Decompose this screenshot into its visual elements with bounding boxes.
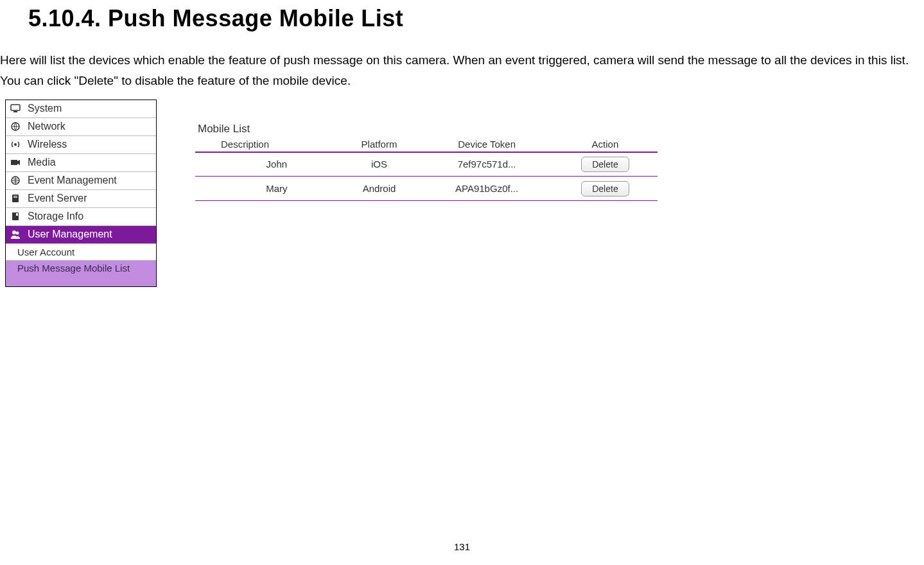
col-device-token: Device Token (421, 137, 553, 152)
svg-rect-4 (11, 160, 17, 165)
cell-platform: Android (338, 177, 421, 201)
user-icon (10, 229, 21, 240)
cell-action: Delete (553, 177, 658, 201)
storage-icon (10, 211, 21, 222)
col-description: Description (195, 137, 338, 152)
section-description: Here will list the devices which enable … (0, 32, 924, 92)
svg-point-12 (16, 232, 19, 235)
sidebar-item-network[interactable]: Network (6, 118, 156, 136)
sidebar-label: Media (28, 157, 156, 168)
sidebar-item-system[interactable]: System (6, 100, 156, 118)
sidebar-sub-push-message[interactable]: Push Message Mobile List (6, 261, 156, 286)
monitor-icon (10, 103, 21, 114)
table-row: Mary Android APA91bGz0f... Delete (195, 177, 658, 201)
svg-rect-0 (11, 105, 20, 110)
sidebar-sub-user-account[interactable]: User Account (6, 244, 156, 261)
sidebar-label: User Account (17, 247, 156, 257)
section-heading: 5.10.4. Push Message Mobile List (0, 0, 924, 32)
sidebar-label: Wireless (28, 139, 156, 150)
camera-icon (10, 157, 21, 168)
table-header-row: Description Platform Device Token Action (195, 137, 658, 152)
mobile-list-panel: Mobile List Description Platform Device … (195, 123, 658, 202)
svg-rect-8 (13, 197, 17, 198)
sidebar-label: Network (28, 121, 156, 132)
server-icon (10, 193, 21, 204)
svg-rect-1 (13, 111, 17, 112)
col-action: Action (553, 137, 658, 152)
cell-description: John (195, 152, 338, 177)
sidebar-item-user-management[interactable]: User Management (6, 226, 156, 244)
cell-description: Mary (195, 177, 338, 201)
sidebar-item-storage-info[interactable]: Storage Info (6, 208, 156, 226)
svg-point-11 (12, 230, 16, 234)
sidebar-label: User Management (28, 229, 156, 240)
cell-token: 7ef97c571d... (421, 152, 553, 177)
globe-icon (10, 121, 21, 132)
cell-action: Delete (553, 152, 658, 177)
cell-token: APA91bGz0f... (421, 177, 553, 201)
globe2-icon (10, 175, 21, 186)
sidebar-label: Event Management (28, 175, 156, 186)
page-number: 131 (0, 541, 924, 552)
svg-rect-7 (13, 196, 17, 196)
mobile-list-title: Mobile List (195, 123, 658, 135)
col-platform: Platform (338, 137, 421, 152)
delete-button[interactable]: Delete (581, 157, 629, 172)
sidebar-nav: System Network Wireless Media Event Mana… (5, 100, 157, 287)
svg-rect-6 (12, 195, 19, 202)
table-row: John iOS 7ef97c571d... Delete (195, 152, 658, 177)
sidebar-item-wireless[interactable]: Wireless (6, 136, 156, 154)
sidebar-label: System (28, 103, 156, 114)
antenna-icon (10, 139, 21, 150)
sidebar-label: Event Server (28, 193, 156, 204)
cell-platform: iOS (338, 152, 421, 177)
mobile-list-table: Description Platform Device Token Action… (195, 137, 658, 202)
svg-rect-10 (16, 213, 18, 216)
sidebar-item-event-management[interactable]: Event Management (6, 172, 156, 190)
content-row: System Network Wireless Media Event Mana… (0, 100, 924, 287)
sidebar-item-media[interactable]: Media (6, 154, 156, 172)
delete-button[interactable]: Delete (581, 181, 629, 196)
svg-point-3 (14, 143, 17, 146)
sidebar-label: Push Message Mobile List (17, 263, 156, 274)
sidebar-label: Storage Info (28, 211, 156, 222)
sidebar-item-event-server[interactable]: Event Server (6, 190, 156, 208)
